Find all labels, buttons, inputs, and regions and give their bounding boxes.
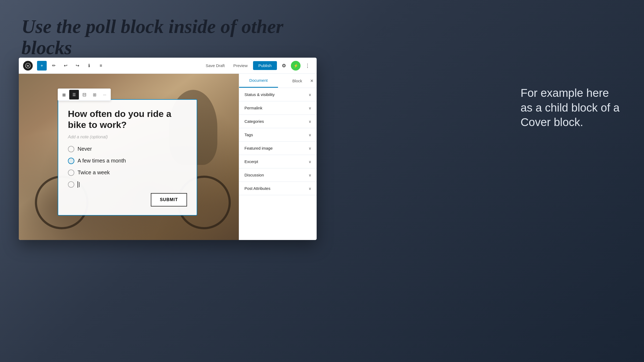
poll-submit-row: SUBMIT bbox=[68, 193, 187, 206]
chevron-down-icon-3: ∨ bbox=[309, 133, 311, 137]
chevron-down-icon-5: ∨ bbox=[309, 160, 311, 164]
more-options-button[interactable]: ⋮ bbox=[303, 61, 312, 71]
block-tool-align[interactable]: ☰ bbox=[69, 90, 79, 99]
sidebar-section-excerpt-header[interactable]: Excerpt ∨ bbox=[239, 155, 317, 168]
publish-button[interactable]: Publish bbox=[253, 61, 277, 70]
gear-icon: ⚙ bbox=[282, 63, 286, 69]
poll-option-2[interactable]: A few times a month bbox=[68, 158, 187, 164]
pencil-icon: ✏ bbox=[52, 63, 56, 68]
add-block-button[interactable]: + bbox=[37, 61, 47, 71]
sidebar-section-categories-header[interactable]: Categories ∨ bbox=[239, 115, 317, 128]
sidebar-section-tags-title: Tags bbox=[244, 132, 253, 137]
poll-submit-button[interactable]: SUBMIT bbox=[151, 193, 187, 206]
more-icon: ⋮ bbox=[305, 63, 310, 69]
sidebar-section-permalink: Permalink ∨ bbox=[239, 101, 317, 115]
poll-option-text-1: Never bbox=[78, 146, 92, 152]
sidebar-section-discussion-title: Discussion bbox=[244, 173, 264, 177]
chevron-down-icon-0: ∨ bbox=[309, 93, 311, 97]
list-view-button[interactable]: ≡ bbox=[96, 61, 106, 71]
sidebar-tabs: Document Block × bbox=[239, 74, 317, 88]
list-view-icon: ≡ bbox=[100, 63, 102, 68]
sidebar-section-status: Status & visibility ∨ bbox=[239, 88, 317, 101]
align-icon: ☰ bbox=[72, 93, 76, 97]
list-icon: ⊟ bbox=[82, 92, 86, 98]
editor-sidebar: Document Block × Status & visibility ∨ P… bbox=[239, 74, 317, 240]
side-description: For example here as a child block of a C… bbox=[521, 86, 623, 130]
info-icon: ℹ bbox=[88, 63, 90, 68]
poll-text-cursor: | bbox=[78, 181, 80, 188]
sidebar-section-post-attributes-title: Post Attributes bbox=[244, 186, 270, 191]
sidebar-section-excerpt-title: Excerpt bbox=[244, 159, 258, 164]
cover-block-background: ▦ ☰ ⊟ ⊞ ··· How bbox=[19, 74, 239, 240]
sidebar-section-post-attributes: Post Attributes ∨ bbox=[239, 182, 317, 195]
editor-toolbar: W + ✏ ↩ ↪ ℹ ≡ Save Draft Preview Publish… bbox=[19, 58, 317, 74]
sidebar-section-discussion: Discussion ∨ bbox=[239, 168, 317, 182]
redo-button[interactable]: ↪ bbox=[72, 61, 82, 71]
sidebar-close-button[interactable]: × bbox=[310, 78, 313, 83]
sidebar-section-post-attributes-header[interactable]: Post Attributes ∨ bbox=[239, 182, 317, 195]
save-draft-button[interactable]: Save Draft bbox=[203, 61, 228, 70]
lightning-icon: ⚡ bbox=[294, 64, 298, 68]
wp-logo[interactable]: W bbox=[23, 61, 33, 71]
poll-block: How often do you ride a bike to work? Ad… bbox=[58, 99, 197, 216]
poll-radio-1[interactable] bbox=[68, 146, 74, 152]
more-block-icon: ··· bbox=[103, 93, 106, 97]
sidebar-section-featured-image-title: Featured image bbox=[244, 146, 273, 150]
undo-icon: ↩ bbox=[64, 63, 67, 68]
block-tool-ordered-list[interactable]: ⊞ bbox=[90, 90, 99, 99]
grid-icon: ▦ bbox=[62, 93, 66, 97]
poll-option-4-input[interactable]: | bbox=[68, 181, 187, 188]
block-tool-grid[interactable]: ▦ bbox=[59, 90, 69, 99]
sidebar-section-tags-header[interactable]: Tags ∨ bbox=[239, 128, 317, 141]
redo-icon: ↪ bbox=[76, 63, 79, 68]
preview-button[interactable]: Preview bbox=[230, 61, 251, 70]
chevron-down-icon-2: ∨ bbox=[309, 119, 311, 124]
poll-note-placeholder[interactable]: Add a note (optional) bbox=[68, 135, 187, 139]
sidebar-section-permalink-title: Permalink bbox=[244, 106, 262, 110]
info-button[interactable]: ℹ bbox=[84, 61, 94, 71]
sidebar-section-featured-image: Featured image ∨ bbox=[239, 142, 317, 155]
poll-option-text-2: A few times a month bbox=[78, 158, 126, 164]
undo-button[interactable]: ↩ bbox=[61, 61, 70, 71]
poll-option-3[interactable]: Twice a week bbox=[68, 169, 187, 176]
sidebar-section-status-header[interactable]: Status & visibility ∨ bbox=[239, 88, 317, 101]
block-tool-list[interactable]: ⊟ bbox=[79, 90, 89, 99]
sidebar-section-status-title: Status & visibility bbox=[244, 92, 275, 97]
jetpack-button[interactable]: ⚡ bbox=[291, 61, 301, 71]
poll-option-1[interactable]: Never bbox=[68, 146, 187, 152]
chevron-down-icon-4: ∨ bbox=[309, 146, 311, 150]
chevron-down-icon-1: ∨ bbox=[309, 106, 311, 110]
sidebar-section-featured-image-header[interactable]: Featured image ∨ bbox=[239, 142, 317, 155]
add-icon: + bbox=[41, 63, 43, 68]
sidebar-section-excerpt: Excerpt ∨ bbox=[239, 155, 317, 168]
edit-button[interactable]: ✏ bbox=[49, 61, 58, 71]
poll-radio-2[interactable] bbox=[68, 158, 74, 164]
page-title: Use the poll block inside of other block… bbox=[21, 16, 290, 58]
sidebar-section-categories: Categories ∨ bbox=[239, 115, 317, 128]
editor-container: W + ✏ ↩ ↪ ℹ ≡ Save Draft Preview Publish… bbox=[19, 58, 317, 240]
sidebar-section-permalink-header[interactable]: Permalink ∨ bbox=[239, 101, 317, 114]
sidebar-section-categories-title: Categories bbox=[244, 119, 264, 124]
sidebar-section-discussion-header[interactable]: Discussion ∨ bbox=[239, 168, 317, 182]
poll-radio-3[interactable] bbox=[68, 169, 74, 176]
ordered-list-icon: ⊞ bbox=[93, 92, 96, 97]
tab-document[interactable]: Document bbox=[239, 74, 278, 88]
settings-button[interactable]: ⚙ bbox=[279, 61, 289, 71]
poll-question: How often do you ride a bike to work? bbox=[68, 108, 187, 130]
toolbar-right: Save Draft Preview Publish ⚙ ⚡ ⋮ bbox=[203, 61, 312, 71]
block-tool-more[interactable]: ··· bbox=[100, 90, 109, 99]
sidebar-section-tags: Tags ∨ bbox=[239, 128, 317, 142]
svg-text:W: W bbox=[27, 64, 29, 67]
chevron-down-icon-6: ∨ bbox=[309, 173, 311, 177]
poll-radio-4[interactable] bbox=[68, 181, 74, 188]
poll-option-text-3: Twice a week bbox=[78, 169, 110, 176]
block-toolbar: ▦ ☰ ⊟ ⊞ ··· bbox=[58, 88, 111, 101]
chevron-down-icon-7: ∨ bbox=[309, 186, 311, 191]
editor-canvas: ▦ ☰ ⊟ ⊞ ··· How bbox=[19, 74, 239, 240]
editor-body: ▦ ☰ ⊟ ⊞ ··· How bbox=[19, 74, 317, 240]
